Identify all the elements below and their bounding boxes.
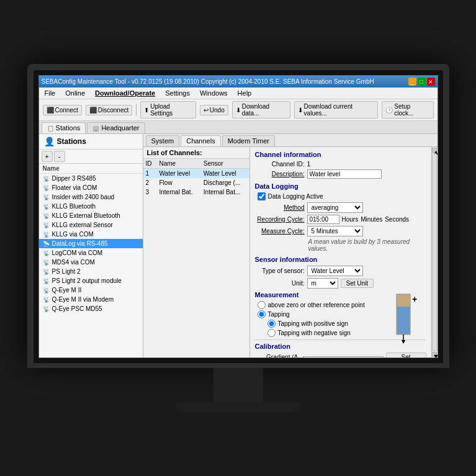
list-item[interactable]: 📡 Floater via COM	[39, 183, 143, 192]
above-zero-radio[interactable]	[258, 301, 266, 309]
station-icon: 📡	[43, 231, 50, 238]
calibration-row: Gradient (A-Value): Set Value	[255, 353, 426, 357]
window-controls: _ □ ✕	[408, 78, 435, 86]
channel-row[interactable]: 2 Flow Discharge (...	[143, 178, 249, 187]
menu-online[interactable]: Online	[63, 89, 87, 97]
tapping-negative-radio[interactable]	[267, 329, 276, 337]
list-item-selected[interactable]: 📡 DataLog via RS-485	[39, 239, 143, 248]
minutes-label: Minutes	[361, 216, 382, 223]
station-icon: 📡	[43, 287, 50, 294]
set-value-button[interactable]: Set Value	[386, 353, 426, 357]
station-icon: 📡	[43, 222, 50, 228]
minimize-button[interactable]: _	[408, 78, 416, 86]
person-icon: 👤	[44, 137, 55, 146]
sensor-type-select[interactable]: Water Level	[307, 266, 363, 276]
tab-system[interactable]: System	[146, 135, 180, 146]
toolbar: ⬛ Connect ⬛ Disconnect ⬆ Upload Settings…	[39, 99, 438, 121]
list-item[interactable]: 📡 Insider with 2400 baud	[39, 192, 143, 202]
tapping-radio[interactable]	[258, 310, 266, 318]
channel-row[interactable]: 3 Internal Bat. Internal Bat...	[143, 187, 249, 197]
above-zero-label: above zero or other reference point	[268, 302, 365, 308]
undo-button[interactable]: ↩ Undo	[200, 105, 228, 115]
main-area: 👤 Stations + - Name 📡	[39, 134, 438, 357]
list-item[interactable]: 📡 Dipper 3 RS485	[39, 174, 143, 183]
upload-settings-button[interactable]: ⬆ Upload Settings	[140, 101, 196, 119]
method-select[interactable]: averaging	[307, 202, 363, 213]
station-list-name-header: Name	[39, 164, 143, 174]
top-tab-bar: 📋 Stations 🏢 Headquarter	[39, 121, 438, 134]
app-window: SEBAConfig Maintenance Tool - v0.72.0125…	[38, 75, 438, 358]
channel-id-value: 1	[307, 161, 311, 168]
close-button[interactable]: ✕	[427, 78, 435, 86]
menu-windows[interactable]: Windows	[198, 89, 230, 97]
channel-list-panel: List of Channels: ID Name Sensor	[143, 147, 250, 357]
description-row: Description:	[255, 169, 426, 179]
list-item[interactable]: 📡 MDS4 via COM	[39, 258, 143, 267]
connect-icon: ⬛	[47, 107, 54, 114]
list-item[interactable]: 📡 KLLG External Bluetooth	[39, 211, 143, 220]
unit-select[interactable]: m	[307, 278, 338, 289]
maximize-button[interactable]: □	[418, 78, 426, 86]
channel-id-label: Channel ID:	[255, 161, 305, 168]
right-scrollbar[interactable]: ▲ ▼	[431, 147, 438, 357]
list-item[interactable]: 📡 Q-Eye M II via Modem	[39, 295, 143, 304]
remove-station-button[interactable]: -	[54, 151, 65, 162]
recording-cycle-input[interactable]	[307, 215, 339, 224]
station-icon: 📡	[43, 250, 50, 256]
tab-channels[interactable]: Channels	[181, 135, 220, 146]
list-item[interactable]: 📡 Q-Eye M II	[39, 285, 143, 295]
sensor-type-label: Type of sensor:	[255, 267, 305, 274]
sensor-type-row: Type of sensor: Water Level	[255, 266, 426, 276]
channel-row[interactable]: 1 Water level Water Level	[143, 169, 249, 179]
list-item[interactable]: 📡 KLLG external Sensor	[39, 220, 143, 230]
download-current-icon: ⬇	[298, 107, 303, 114]
station-icon: 📡	[43, 185, 50, 191]
list-item[interactable]: 📡 KLLG via COM	[39, 230, 143, 239]
method-row: Method averaging	[255, 202, 426, 213]
station-icon: 📡	[43, 204, 50, 210]
list-item[interactable]: 📡 PS Light 2 output module	[39, 276, 143, 285]
description-input[interactable]	[307, 169, 382, 179]
channel-table: ID Name Sensor 1 Water level	[143, 159, 249, 197]
stations-panel: 👤 Stations + - Name 📡	[39, 134, 143, 357]
unit-row: Unit: m Set Unit	[255, 278, 426, 289]
stations-toolbar: + -	[39, 150, 143, 164]
tapping-positive-label: Tapping with positive sign	[278, 320, 348, 327]
menu-file[interactable]: File	[43, 89, 58, 97]
channel-info-section-title: Channel information	[255, 151, 426, 158]
svg-rect-1	[397, 307, 410, 334]
hours-label: Hours	[342, 216, 359, 223]
add-station-button[interactable]: +	[42, 151, 53, 162]
list-item[interactable]: 📡 PS Light 2	[39, 267, 143, 276]
setup-clock-button[interactable]: 🕐 Setup clock...	[382, 101, 433, 119]
connect-button[interactable]: ⬛ Connect	[43, 105, 82, 115]
download-data-button[interactable]: ⬇ Download data...	[232, 101, 290, 119]
channel-info-panel: Channel information Channel ID: 1 Descri…	[250, 147, 431, 357]
method-label: Method	[255, 204, 305, 211]
gradient-input[interactable]	[303, 356, 384, 358]
data-logging-active-row: Data Logging Active	[255, 192, 426, 200]
measure-cycle-select[interactable]: 5 Minutes	[307, 226, 363, 236]
station-icon: 📡	[43, 194, 50, 200]
station-icon: 📡	[43, 213, 50, 219]
menu-help[interactable]: Help	[236, 89, 254, 97]
tab-headquarter[interactable]: 🏢 Headquarter	[87, 122, 145, 133]
data-logging-checkbox[interactable]	[258, 192, 266, 200]
tab-modem-timer[interactable]: Modem Timer	[222, 135, 275, 146]
disconnect-button[interactable]: ⬛ Disconnect	[86, 105, 132, 115]
stations-header: 👤 Stations	[39, 134, 143, 150]
menu-download-operate[interactable]: Download/Operate	[93, 89, 157, 97]
svg-text:+: +	[412, 294, 417, 304]
menu-settings[interactable]: Settings	[163, 89, 192, 97]
right-panel: System Channels Modem Timer	[143, 134, 438, 357]
list-item[interactable]: 📡 LogCOM via COM	[39, 248, 143, 258]
tab-stations[interactable]: 📋 Stations	[42, 122, 86, 133]
list-item[interactable]: 📡 Q-Eye PSC MD55	[39, 304, 143, 313]
list-item[interactable]: 📡 KLLG Bluetooth	[39, 202, 143, 211]
gradient-label: Gradient (A-Value):	[255, 354, 300, 357]
station-icon: 📡	[43, 241, 50, 247]
download-current-button[interactable]: ⬇ Download current values...	[294, 101, 379, 119]
measure-cycle-row: Measure Cycle: 5 Minutes	[255, 226, 426, 236]
set-unit-button[interactable]: Set Unit	[341, 279, 374, 288]
tapping-positive-radio[interactable]	[267, 320, 276, 328]
